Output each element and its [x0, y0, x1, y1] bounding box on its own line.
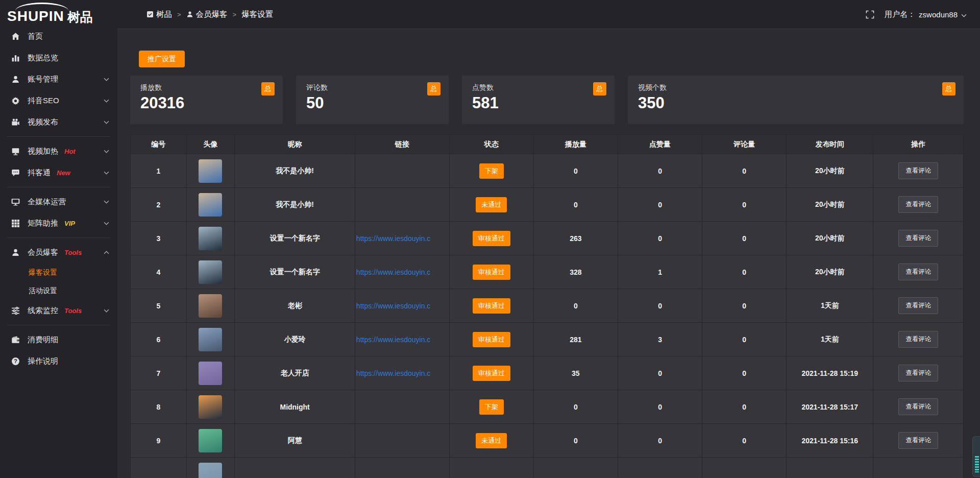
cell-avatar [186, 154, 235, 188]
sidebar-item-home[interactable]: 首页 [0, 26, 117, 47]
stat-card-badge: 总 [942, 82, 955, 95]
sidebar-divider [7, 187, 110, 187]
sidebar-item-expense[interactable]: 消费明细 [0, 329, 117, 350]
stat-card: 点赞数581总 [462, 76, 615, 124]
stat-card-label: 视频个数 [638, 83, 953, 92]
sliders-icon [11, 306, 20, 315]
avatar [199, 193, 222, 217]
cell-action: 查看评论 [873, 255, 964, 289]
sidebar-item-seo[interactable]: 抖音SEO [0, 90, 117, 111]
cell-publish-time: 2021-11-28 15:19 [787, 356, 873, 390]
view-comments-button[interactable]: 查看评论 [898, 432, 938, 449]
cell-action: 查看评论 [873, 390, 964, 424]
sidebar-item-badge: Tools [64, 307, 82, 315]
sidebar-item-overview[interactable]: 数据总览 [0, 47, 117, 68]
view-comments-button[interactable]: 查看评论 [898, 162, 938, 179]
video-link[interactable]: https://www.iesdouyin.c [356, 302, 431, 310]
cell-nickname: 老彬 [235, 289, 355, 323]
sidebar-item-matrix[interactable]: 矩阵助推VIP [0, 212, 117, 234]
cell-likes: 0 [618, 154, 702, 188]
stat-card-value: 350 [638, 94, 953, 112]
cell-action: 查看评论 [873, 424, 964, 458]
cell-action: 查看评论 [873, 222, 964, 255]
view-comments-button[interactable]: 查看评论 [898, 264, 938, 280]
status-badge[interactable]: 审核通过 [473, 332, 510, 347]
view-comments-button[interactable]: 查看评论 [898, 297, 938, 314]
column-header: 头像 [186, 135, 235, 154]
cell-comments: 0 [702, 255, 787, 289]
sidebar-item-label: 数据总览 [28, 53, 58, 63]
status-badge[interactable]: 审核通过 [473, 265, 510, 280]
cell-plays: 263 [533, 222, 618, 255]
sidebar-item-member[interactable]: 会员爆客Tools [0, 242, 117, 263]
breadcrumb-item[interactable]: 树品 [146, 9, 172, 20]
cell-comments: 0 [702, 390, 787, 424]
cell-comments: 0 [702, 154, 787, 188]
status-badge[interactable]: 审核通过 [473, 298, 510, 314]
breadcrumb-item[interactable]: 爆客设置 [241, 9, 273, 20]
status-badge[interactable]: 未通过 [476, 197, 507, 212]
video-link[interactable]: https://www.iesdouyin.c [356, 268, 431, 276]
stat-card-value: 50 [306, 94, 438, 112]
sidebar-item-heat[interactable]: 视频加热Hot [0, 140, 117, 162]
cell-likes: 0 [618, 222, 702, 255]
video-link[interactable]: https://www.iesdouyin.c [356, 336, 431, 344]
breadcrumb-separator: > [177, 11, 181, 18]
status-badge[interactable]: 下架 [479, 399, 504, 415]
status-badge[interactable]: 未通过 [476, 433, 507, 448]
cell-comments: 0 [702, 356, 787, 390]
user-icon [11, 248, 20, 257]
main: 树品>会员爆客>爆客设置 用户名：zswodun88 推广设置 播放数20316… [117, 0, 980, 478]
topbar-right: 用户名：zswodun88 [866, 10, 967, 19]
cell-plays: 0 [533, 424, 618, 458]
breadcrumb-label: 爆客设置 [241, 9, 273, 20]
cell-action: 查看评论 [873, 289, 964, 323]
status-badge[interactable]: 审核通过 [473, 366, 510, 381]
sidebar-subitem-activity-settings[interactable]: 活动设置 [0, 281, 117, 300]
status-badge[interactable]: 下架 [479, 163, 504, 179]
user-menu[interactable]: 用户名：zswodun88 [885, 10, 967, 19]
video-link[interactable]: https://www.iesdouyin.c [356, 234, 431, 243]
cell-id: 5 [131, 289, 187, 323]
floating-widget-bars [975, 456, 979, 472]
home-icon [11, 32, 20, 41]
cell-status: 下架 [449, 154, 533, 188]
sidebar-item-label: 视频加热 [28, 147, 58, 156]
sidebar-item-account[interactable]: 账号管理 [0, 68, 117, 90]
cell-avatar [186, 390, 235, 424]
sidebar-item-media[interactable]: 全媒体运营 [0, 191, 117, 212]
table-row: 6小爱玲https://www.iesdouyin.c审核通过281301天前查… [131, 323, 964, 356]
view-comments-button[interactable]: 查看评论 [898, 398, 938, 415]
sidebar-item-clues[interactable]: 线索监控Tools [0, 300, 117, 321]
cell [873, 458, 964, 478]
logo-latin: SHUPIN [7, 9, 64, 23]
breadcrumb-item[interactable]: 会员爆客 [186, 9, 228, 20]
breadcrumb-separator: > [233, 11, 237, 18]
view-comments-button[interactable]: 查看评论 [898, 331, 938, 348]
sidebar-item-douketong[interactable]: 抖客通New [0, 162, 117, 183]
video-link[interactable]: https://www.iesdouyin.c [356, 369, 431, 377]
sidebar-item-publish[interactable]: 视频发布 [0, 111, 117, 133]
view-comments-button[interactable]: 查看评论 [898, 230, 938, 247]
table-row: 8Midnight下架0002021-11-28 15:17查看评论 [131, 390, 964, 424]
sidebar-subitem-baoke-settings[interactable]: 爆客设置 [0, 263, 117, 281]
chevron-down-icon [104, 78, 109, 81]
cell-likes: 0 [618, 356, 702, 390]
app-icon [146, 11, 154, 18]
user-icon [186, 11, 193, 18]
sidebar-divider [7, 325, 110, 325]
cell-nickname: 设置一个新名字 [235, 222, 355, 255]
status-badge[interactable]: 审核通过 [473, 231, 510, 246]
promote-settings-button[interactable]: 推广设置 [139, 51, 185, 67]
column-header: 评论量 [702, 135, 787, 154]
cell [618, 458, 702, 478]
sidebar-item-guide[interactable]: ?操作说明 [0, 350, 117, 372]
view-comments-button[interactable]: 查看评论 [898, 196, 938, 213]
cell-avatar [186, 188, 235, 222]
floating-widget[interactable] [972, 436, 980, 477]
view-comments-button[interactable]: 查看评论 [898, 365, 938, 381]
table-row: 5老彬https://www.iesdouyin.c审核通过0001天前查看评论 [131, 289, 964, 323]
cell-nickname: 阿慧 [235, 424, 355, 458]
cell-link: https://www.iesdouyin.c [355, 323, 449, 356]
fullscreen-icon[interactable] [866, 10, 874, 19]
